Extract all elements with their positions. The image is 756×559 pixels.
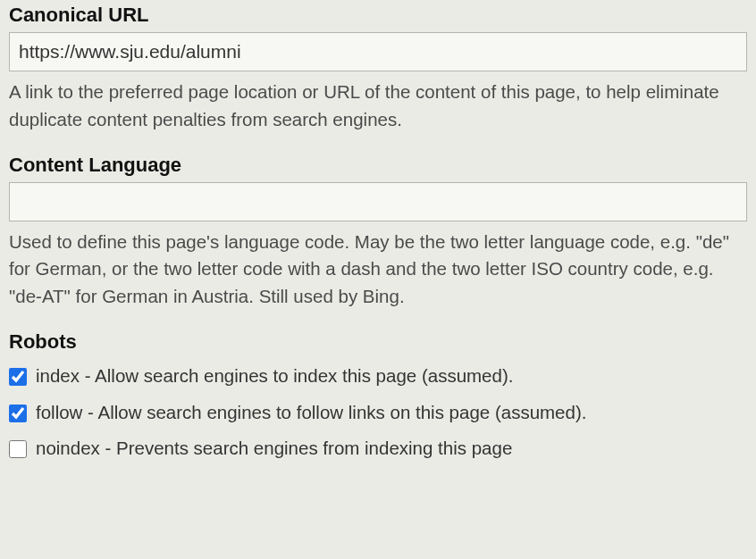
content-language-input[interactable]: [9, 182, 747, 221]
robots-label: Robots: [9, 330, 747, 354]
robots-option-label: noindex - Prevents search engines from i…: [36, 435, 747, 463]
robots-checkbox-noindex[interactable]: [9, 440, 27, 458]
robots-checkbox-index[interactable]: [9, 368, 27, 386]
robots-option-noindex: noindex - Prevents search engines from i…: [9, 435, 747, 463]
content-language-label: Content Language: [9, 154, 747, 177]
robots-options: index - Allow search engines to index th…: [9, 363, 747, 463]
robots-option-index: index - Allow search engines to index th…: [9, 363, 747, 390]
robots-option-follow: follow - Allow search engines to follow …: [9, 399, 747, 427]
robots-option-label: index - Allow search engines to index th…: [36, 363, 747, 390]
canonical-url-input[interactable]: [9, 32, 747, 71]
robots-checkbox-follow[interactable]: [9, 405, 27, 422]
content-language-help: Used to define this page's language code…: [9, 229, 747, 311]
canonical-url-help: A link to the preferred page location or…: [9, 79, 747, 134]
canonical-url-label: Canonical URL: [9, 4, 747, 27]
robots-option-label: follow - Allow search engines to follow …: [36, 399, 747, 427]
